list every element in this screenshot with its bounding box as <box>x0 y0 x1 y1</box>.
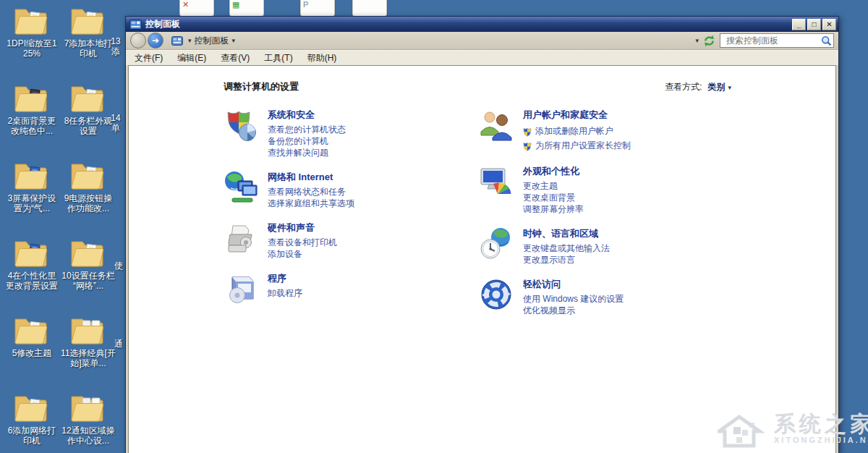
task-link-label: 查找并解决问题 <box>268 148 328 158</box>
category-section: 外观和个性化 更改主题更改桌面背景调整屏幕分辨率 <box>479 164 814 215</box>
category-icon[interactable] <box>224 271 258 306</box>
task-link-label: 添加设备 <box>268 249 302 259</box>
category-task-link[interactable]: 添加或删除用户帐户 <box>523 124 631 138</box>
category-task-link[interactable]: 查看网络状态和任务 <box>268 186 354 198</box>
window-titlebar[interactable]: 控制面板 _ □ ✕ <box>126 17 838 32</box>
breadcrumb-chevron-icon[interactable]: ▾ <box>232 37 236 44</box>
folder-icon <box>69 391 107 425</box>
task-link-label: 调整屏幕分辨率 <box>523 204 584 214</box>
category-task-link[interactable]: 使用 Windows 建议的设置 <box>523 293 624 305</box>
category-section: 程序 卸载程序 <box>224 271 479 306</box>
category-task-link[interactable]: 选择家庭组和共享选项 <box>268 198 354 209</box>
category-title-link[interactable]: 用户帐户和家庭安全 <box>523 109 631 122</box>
category-task-link[interactable]: 查看设备和打印机 <box>268 237 337 248</box>
category-section: 网络和 Internet 查看网络状态和任务选择家庭组和共享选项 <box>224 170 479 209</box>
view-by-control: 查看方式: 类别 ▾ <box>665 81 734 93</box>
category-title-link[interactable]: 系统和安全 <box>268 109 346 122</box>
folder-icon <box>13 237 51 270</box>
task-link-label: 更改键盘或其他输入法 <box>523 243 610 253</box>
desktop-icon[interactable]: 9电源按钮操作功能改... <box>61 159 116 237</box>
breadcrumb-dropdown-icon[interactable]: ▾ <box>188 37 192 44</box>
category-body: 外观和个性化 更改主题更改桌面背景调整屏幕分辨率 <box>523 164 584 215</box>
category-task-link[interactable]: 更改桌面背景 <box>523 192 584 203</box>
category-icon[interactable] <box>224 170 258 205</box>
menu-item[interactable]: 文件(F) <box>135 52 163 64</box>
category-title-link[interactable]: 轻松访问 <box>523 278 624 291</box>
address-dropdown-icon[interactable]: ▾ <box>695 37 699 44</box>
category-icon[interactable] <box>479 164 514 199</box>
category-task-links: 查看网络状态和任务选择家庭组和共享选项 <box>268 186 354 209</box>
desktop-icon-label: 4在个性化里更改背景设置 <box>4 271 59 291</box>
category-task-links: 添加或删除用户帐户为所有用户设置家长控制 <box>523 124 631 153</box>
category-icon[interactable] <box>224 221 258 255</box>
category-grid: 系统和安全 查看您的计算机状态备份您的计算机查找并解决问题 网络和 Intern… <box>224 108 814 328</box>
desktop-icon-label: 10设置任务栏“网络”... <box>61 271 116 291</box>
close-button[interactable]: ✕ <box>822 19 836 30</box>
breadcrumb[interactable]: ▾ 控制面板 ▾ <box>169 35 238 47</box>
category-task-link[interactable]: 查看您的计算机状态 <box>268 124 346 135</box>
task-link-label: 更改主题 <box>523 181 558 191</box>
category-title-link[interactable]: 外观和个性化 <box>523 165 584 178</box>
task-link-label: 优化视频显示 <box>523 305 575 316</box>
search-input[interactable] <box>725 35 821 46</box>
view-by-dropdown[interactable]: 类别 ▾ <box>707 81 734 93</box>
clipped-file-icon[interactable] <box>352 0 387 17</box>
folder-icon <box>69 82 107 115</box>
folder-icon <box>13 314 51 347</box>
forward-button[interactable]: ➜ <box>148 33 163 48</box>
category-section: 轻松访问 使用 Windows 建议的设置优化视频显示 <box>479 277 814 316</box>
category-task-link[interactable]: 备份您的计算机 <box>268 135 346 147</box>
control-panel-icon <box>129 20 142 30</box>
search-box <box>720 33 834 48</box>
category-task-link[interactable]: 为所有用户设置家长控制 <box>523 138 631 153</box>
category-task-link[interactable]: 查找并解决问题 <box>268 147 346 158</box>
category-title-link[interactable]: 程序 <box>268 272 302 285</box>
back-button[interactable] <box>130 33 146 48</box>
category-icon[interactable] <box>479 226 514 261</box>
maximize-button[interactable]: □ <box>807 19 821 30</box>
clipped-file-icon[interactable]: ▦ <box>229 0 264 17</box>
desktop-icon[interactable]: 10设置任务栏“网络”... <box>61 237 116 314</box>
category-section: 用户帐户和家庭安全 添加或删除用户帐户为所有用户设置家长控制 <box>479 108 814 153</box>
category-task-link[interactable]: 调整屏幕分辨率 <box>523 203 584 215</box>
task-link-label: 查看您的计算机状态 <box>268 124 346 135</box>
category-icon[interactable] <box>479 108 514 143</box>
view-by-caret-icon: ▾ <box>728 84 731 91</box>
desktop-icon[interactable]: 5修改主题 <box>4 314 59 391</box>
window-title: 控制面板 <box>145 18 180 30</box>
category-icon[interactable] <box>479 277 514 312</box>
category-body: 硬件和声音 查看设备和打印机添加设备 <box>268 221 337 260</box>
category-title-link[interactable]: 网络和 Internet <box>268 171 354 184</box>
category-title-link[interactable]: 时钟、语言和区域 <box>523 227 610 240</box>
search-icon[interactable] <box>821 35 832 46</box>
category-task-link[interactable]: 添加设备 <box>268 248 337 260</box>
desktop-icon-label: 1DPI缩放至125% <box>4 38 59 59</box>
category-icon[interactable] <box>224 108 258 143</box>
category-task-link[interactable]: 更改键盘或其他输入法 <box>523 242 610 254</box>
category-task-link[interactable]: 更改主题 <box>523 180 584 192</box>
folder-icon <box>69 314 107 347</box>
desktop-icon[interactable]: 3屏幕保护设置为“气... <box>4 159 59 237</box>
refresh-icon[interactable] <box>703 35 715 47</box>
desktop-icon[interactable]: 6添加网络打印机 <box>4 391 59 453</box>
category-title-link[interactable]: 硬件和声音 <box>268 221 337 234</box>
menu-item[interactable]: 编辑(E) <box>177 52 206 64</box>
clipped-file-icon[interactable]: P <box>300 0 335 17</box>
desktop-icon[interactable]: 2桌面背景更改纯色中... <box>4 82 59 159</box>
minimize-button[interactable]: _ <box>792 19 806 30</box>
clipped-file-icon[interactable]: ✕ <box>179 0 214 17</box>
desktop-icon[interactable]: 4在个性化里更改背景设置 <box>4 237 59 314</box>
category-task-link[interactable]: 优化视频显示 <box>523 305 624 316</box>
desktop-icon-label: 9电源按钮操作功能改... <box>61 193 116 213</box>
desktop-icon[interactable]: 12通知区域操作中心设... <box>61 391 116 453</box>
menu-item[interactable]: 帮助(H) <box>307 52 337 64</box>
breadcrumb-location[interactable]: 控制面板 <box>195 35 229 47</box>
task-link-label: 使用 Windows 建议的设置 <box>523 294 624 304</box>
desktop-icon[interactable]: 1DPI缩放至125% <box>4 4 59 82</box>
menu-item[interactable]: 查看(V) <box>221 52 250 64</box>
menu-item[interactable]: 工具(T) <box>264 52 292 64</box>
desktop-icon[interactable]: 11选择经典[开始]菜单... <box>61 314 116 391</box>
category-task-link[interactable]: 卸载程序 <box>268 287 302 299</box>
category-task-link[interactable]: 更改显示语言 <box>523 254 610 266</box>
folder-icon <box>13 391 51 425</box>
